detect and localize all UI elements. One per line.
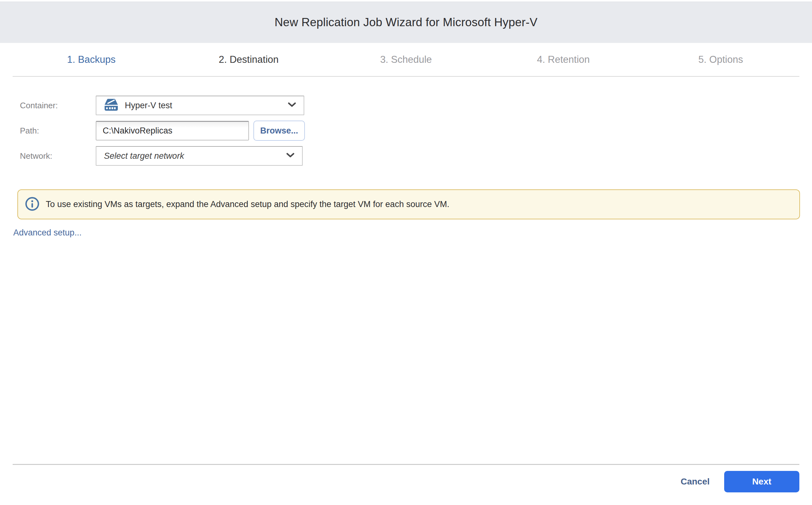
info-icon: [25, 197, 39, 212]
chevron-down-icon: [286, 153, 295, 159]
tab-retention-label: 4. Retention: [537, 54, 590, 65]
tab-retention[interactable]: 4. Retention: [485, 43, 642, 76]
tab-options[interactable]: 5. Options: [642, 43, 799, 76]
info-banner-text: To use existing VMs as targets, expand t…: [46, 199, 449, 209]
browse-button[interactable]: Browse...: [253, 121, 305, 141]
container-select-value: Hyper-V test: [125, 101, 172, 111]
next-button[interactable]: Next: [724, 471, 799, 492]
tab-schedule-label: 3. Schedule: [380, 54, 432, 65]
tab-options-label: 5. Options: [698, 54, 743, 65]
path-label: Path:: [20, 126, 96, 136]
info-banner: To use existing VMs as targets, expand t…: [17, 189, 800, 219]
network-select[interactable]: Select target network: [96, 146, 303, 166]
tab-backups[interactable]: 1. Backups: [13, 43, 170, 76]
replication-job-wizard: New Replication Job Wizard for Microsoft…: [0, 0, 812, 505]
tab-schedule[interactable]: 3. Schedule: [327, 43, 485, 76]
wizard-header: New Replication Job Wizard for Microsoft…: [0, 2, 812, 43]
path-input[interactable]: [96, 121, 249, 141]
tab-destination[interactable]: 2. Destination: [170, 43, 327, 76]
container-select[interactable]: Hyper-V test: [96, 96, 304, 115]
network-label: Network:: [20, 151, 96, 161]
path-row: Path: Browse...: [20, 121, 812, 141]
content-spacer: [0, 238, 812, 464]
tab-destination-label: 2. Destination: [219, 54, 279, 65]
destination-form: Container: Hyper-V test: [0, 77, 812, 171]
advanced-setup-link[interactable]: Advanced setup...: [13, 228, 812, 238]
chevron-down-icon: [288, 102, 296, 109]
wizard-footer: Cancel Next: [13, 464, 799, 505]
network-select-placeholder: Select target network: [104, 151, 184, 161]
container-label: Container:: [20, 101, 96, 111]
wizard-title: New Replication Job Wizard for Microsoft…: [274, 16, 538, 29]
container-row: Container: Hyper-V test: [20, 96, 812, 115]
cancel-button[interactable]: Cancel: [681, 477, 710, 487]
network-row: Network: Select target network: [20, 146, 812, 166]
tab-backups-label: 1. Backups: [67, 54, 115, 65]
wizard-step-tabs: 1. Backups 2. Destination 3. Schedule 4.…: [13, 43, 799, 77]
hyperv-host-icon: [104, 98, 118, 113]
